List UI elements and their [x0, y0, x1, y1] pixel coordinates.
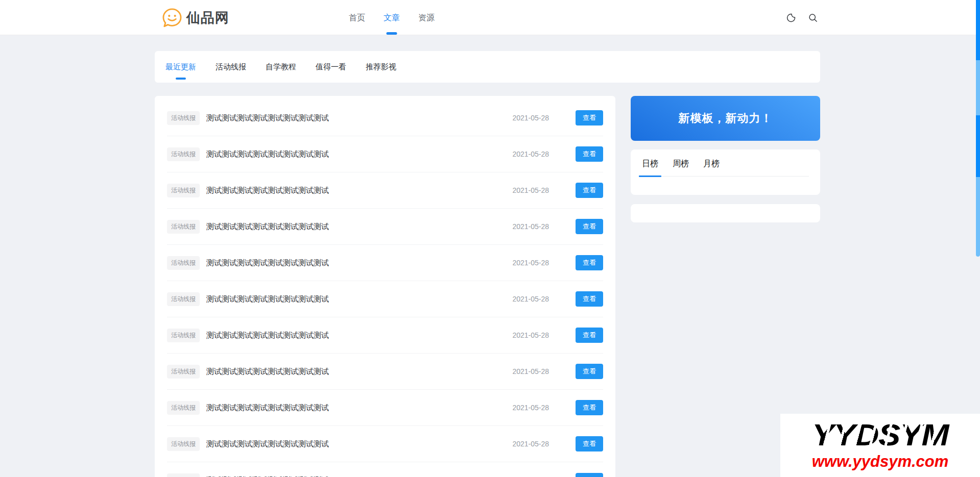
nav-item[interactable]: 首页	[349, 0, 365, 35]
view-button[interactable]: 查看	[576, 436, 603, 451]
ranking-tab[interactable]: 日榜	[642, 159, 658, 176]
view-button[interactable]: 查看	[576, 328, 603, 343]
article-row: 活动线报 测试测试测试测试测试测试测试测试 2021-05-28 查看	[167, 100, 603, 136]
main-nav: 首页 文章 资源	[349, 0, 435, 35]
nav-item-label: 资源	[418, 13, 435, 22]
article-category-tag[interactable]: 活动线报	[167, 401, 200, 415]
nav-item[interactable]: 资源	[418, 0, 435, 35]
view-button[interactable]: 查看	[576, 364, 603, 379]
article-list: 活动线报 测试测试测试测试测试测试测试测试 2021-05-28 查看 活动线报…	[155, 96, 615, 477]
article-date: 2021-05-28	[512, 404, 549, 412]
article-title-link[interactable]: 测试测试测试测试测试测试测试测试	[206, 331, 329, 340]
filter-tab[interactable]: 推荐影视	[366, 51, 396, 83]
view-button[interactable]: 查看	[576, 110, 603, 125]
article-category-tag[interactable]: 活动线报	[167, 365, 200, 379]
article-date: 2021-05-28	[512, 259, 549, 267]
filter-tab-bar: 最近更新 活动线报 自学教程 值得一看 推荐影视	[155, 51, 820, 83]
article-row: 活动线报 测试测试测试测试测试测试测试测试 2021-05-28 查看	[167, 390, 603, 426]
article-date: 2021-05-28	[512, 150, 549, 158]
sidebar: 新模板，新动力！ 日榜 周榜 月榜	[631, 96, 820, 222]
filter-tab[interactable]: 活动线报	[216, 51, 246, 83]
site-title: 仙品网	[186, 9, 229, 27]
article-category-tag[interactable]: 活动线报	[167, 147, 200, 161]
filter-tab-label: 推荐影视	[366, 62, 396, 71]
header-actions	[786, 0, 818, 35]
ranking-tab-label: 月榜	[703, 159, 720, 168]
article-row: 活动线报 测试测试测试测试测试测试测试测试 2021-05-28 查看	[167, 354, 603, 390]
page-container: 最近更新 活动线报 自学教程 值得一看 推荐影视 活动线报	[155, 51, 820, 477]
article-category-tag[interactable]: 活动线报	[167, 184, 200, 197]
view-button[interactable]: 查看	[576, 400, 603, 415]
ranking-empty-content	[642, 177, 809, 182]
filter-tab-label: 自学教程	[266, 62, 296, 71]
article-date: 2021-05-28	[512, 295, 549, 303]
article-row: 活动线报 测试测试测试测试测试测试测试测试 2021-05-28 查看	[167, 245, 603, 281]
article-title-link[interactable]: 测试测试测试测试测试测试测试测试	[206, 222, 329, 232]
article-category-tag[interactable]: 活动线报	[167, 473, 200, 477]
article-category-tag[interactable]: 活动线报	[167, 329, 200, 342]
content-area: 活动线报 测试测试测试测试测试测试测试测试 2021-05-28 查看 活动线报…	[155, 96, 820, 477]
article-date: 2021-05-28	[512, 440, 549, 448]
view-button[interactable]: 查看	[576, 255, 603, 270]
filter-tab[interactable]: 自学教程	[266, 51, 296, 83]
article-date: 2021-05-28	[512, 222, 549, 231]
filter-tab[interactable]: 最近更新	[165, 51, 196, 83]
article-row: 活动线报 测试测试测试测试测试测试测试测试 2021-05-28 查看	[167, 426, 603, 462]
watermark: YYDSYM www.yydsym.com	[780, 414, 980, 477]
article-category-tag[interactable]: 活动线报	[167, 220, 200, 234]
view-button[interactable]: 查看	[576, 291, 603, 307]
article-title-link[interactable]: 测试测试测试测试测试测试测试测试	[206, 367, 329, 376]
ranking-tab-label: 日榜	[642, 159, 658, 168]
article-row: 活动线报 测试测试测试测试测试测试测试测试 2021-05-28 查看	[167, 136, 603, 172]
ranking-card: 日榜 周榜 月榜	[631, 149, 820, 195]
filter-tab[interactable]: 值得一看	[316, 51, 346, 83]
article-title-link[interactable]: 测试测试测试测试测试测试测试测试	[206, 149, 329, 159]
watermark-logo: YYDSYM	[817, 420, 943, 450]
article-category-tag[interactable]: 活动线报	[167, 292, 200, 306]
article-row: 活动线报 测试测试测试测试测试测试测试测试 2021-05-28 查看	[167, 209, 603, 245]
article-category-tag[interactable]: 活动线报	[167, 111, 200, 125]
view-button[interactable]: 查看	[576, 146, 603, 162]
filter-tab-label: 活动线报	[216, 62, 246, 71]
scrollbar-thumb[interactable]	[976, 0, 980, 257]
article-row: 活动线报 测试测试测试测试测试测试测试测试 2021-05-28 查看	[167, 317, 603, 354]
watermark-url: www.yydsym.com	[812, 453, 949, 471]
smiley-speech-bubble-icon	[161, 7, 183, 29]
moon-icon[interactable]	[786, 13, 796, 23]
nav-item-label: 文章	[384, 13, 400, 22]
article-date: 2021-05-28	[512, 331, 549, 339]
view-button[interactable]: 查看	[576, 219, 603, 234]
view-button[interactable]: 查看	[576, 183, 603, 198]
view-button[interactable]: 查看	[576, 473, 603, 477]
sidebar-empty-card	[631, 204, 820, 222]
nav-item-label: 首页	[349, 13, 365, 22]
ranking-tab[interactable]: 周榜	[673, 159, 689, 176]
watermark-title: YYDSYM	[812, 420, 948, 450]
site-logo[interactable]: 仙品网	[161, 0, 229, 35]
site-header: 仙品网 首页 文章 资源	[0, 0, 980, 35]
article-title-link[interactable]: 测试测试测试测试测试测试测试测试	[206, 294, 329, 304]
filter-tab-label: 最近更新	[165, 62, 196, 71]
article-row: 活动线报 测试测试测试测试测试测试测试测试 2021-05-28 查看	[167, 462, 603, 477]
ranking-tab[interactable]: 月榜	[703, 159, 720, 176]
filter-tab-label: 值得一看	[316, 62, 346, 71]
ranking-tab-label: 周榜	[673, 159, 689, 168]
article-category-tag[interactable]: 活动线报	[167, 256, 200, 270]
search-icon[interactable]	[808, 13, 818, 23]
promo-banner-text: 新模板，新动力！	[679, 111, 773, 126]
promo-banner[interactable]: 新模板，新动力！	[631, 96, 820, 141]
article-category-tag[interactable]: 活动线报	[167, 437, 200, 451]
article-date: 2021-05-28	[512, 367, 549, 375]
article-row: 活动线报 测试测试测试测试测试测试测试测试 2021-05-28 查看	[167, 172, 603, 209]
article-date: 2021-05-28	[512, 186, 549, 194]
article-title-link[interactable]: 测试测试测试测试测试测试测试测试	[206, 113, 329, 123]
article-title-link[interactable]: 测试测试测试测试测试测试测试测试	[206, 439, 329, 449]
article-title-link[interactable]: 测试测试测试测试测试测试测试测试	[206, 403, 329, 413]
nav-item[interactable]: 文章	[384, 0, 400, 35]
article-row: 活动线报 测试测试测试测试测试测试测试测试 2021-05-28 查看	[167, 281, 603, 317]
ranking-tab-bar: 日榜 周榜 月榜	[642, 159, 809, 177]
article-date: 2021-05-28	[512, 114, 549, 122]
article-title-link[interactable]: 测试测试测试测试测试测试测试测试	[206, 258, 329, 268]
article-title-link[interactable]: 测试测试测试测试测试测试测试测试	[206, 186, 329, 195]
